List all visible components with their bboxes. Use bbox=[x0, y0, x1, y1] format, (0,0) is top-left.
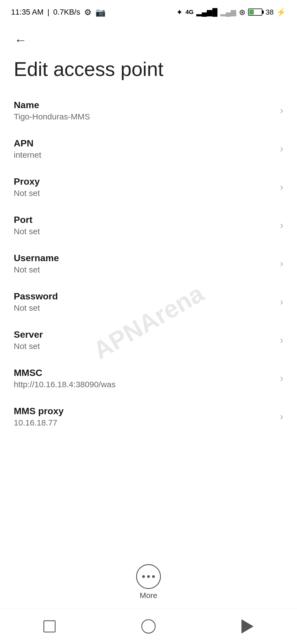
more-button[interactable] bbox=[136, 564, 161, 589]
battery-fill bbox=[249, 10, 254, 15]
settings-item-label: MMSC bbox=[14, 367, 274, 378]
settings-item-content: Username Not set bbox=[14, 253, 274, 274]
settings-item-label: Port bbox=[14, 214, 274, 225]
settings-item-content: MMSC http://10.16.18.4:38090/was bbox=[14, 367, 274, 389]
charging-icon: ⚡ bbox=[276, 8, 286, 17]
settings-item-value: Not set bbox=[14, 303, 274, 313]
settings-item-value: Tigo-Honduras-MMS bbox=[14, 112, 274, 121]
network-speed: | bbox=[47, 8, 49, 17]
settings-item-username[interactable]: Username Not set › bbox=[0, 244, 297, 283]
status-bar: 11:35 AM | 0.7KB/s ⚙ 📷 ✦ 4G ▂▄▆█ ▂▄▆ ⊛ 3… bbox=[0, 0, 297, 22]
nav-recent-button[interactable] bbox=[235, 614, 260, 639]
nav-triangle-icon bbox=[241, 619, 254, 634]
settings-item-value: Not set bbox=[14, 342, 274, 351]
settings-item-label: MMS proxy bbox=[14, 406, 274, 416]
settings-item-password[interactable]: Password Not set › bbox=[0, 283, 297, 321]
back-arrow-icon: ← bbox=[14, 32, 27, 47]
chevron-right-icon: › bbox=[280, 181, 283, 193]
dot1 bbox=[142, 575, 145, 578]
signal-bars-icon: ▂▄▆█ bbox=[196, 8, 218, 17]
settings-icon: ⚙ bbox=[84, 7, 92, 17]
more-label: More bbox=[140, 591, 157, 600]
dot3 bbox=[152, 575, 155, 578]
nav-square-icon bbox=[43, 620, 56, 632]
chevron-right-icon: › bbox=[280, 258, 283, 269]
settings-item-content: Proxy Not set bbox=[14, 176, 274, 198]
signal-bars2-icon: ▂▄▆ bbox=[220, 8, 236, 17]
settings-item-mmsc[interactable]: MMSC http://10.16.18.4:38090/was › bbox=[0, 359, 297, 397]
back-area: ← bbox=[0, 22, 297, 52]
chevron-right-icon: › bbox=[280, 143, 283, 155]
more-section: More bbox=[0, 556, 297, 605]
settings-list: Name Tigo-Honduras-MMS › APN internet › … bbox=[0, 91, 297, 436]
settings-item-server[interactable]: Server Not set › bbox=[0, 321, 297, 359]
settings-item-label: Password bbox=[14, 291, 274, 302]
settings-item-value: Not set bbox=[14, 189, 274, 198]
signal-4g-icon: 4G bbox=[185, 9, 193, 16]
settings-item-content: APN internet bbox=[14, 138, 274, 160]
settings-item-label: Username bbox=[14, 253, 274, 263]
status-right: ✦ 4G ▂▄▆█ ▂▄▆ ⊛ 38 ⚡ bbox=[176, 8, 286, 17]
chevron-right-icon: › bbox=[280, 105, 283, 116]
more-dots-icon bbox=[142, 575, 155, 578]
settings-item-content: Password Not set bbox=[14, 291, 274, 313]
settings-item-value: internet bbox=[14, 150, 274, 160]
battery-box bbox=[248, 9, 262, 16]
chevron-right-icon: › bbox=[280, 411, 283, 422]
settings-item-label: Proxy bbox=[14, 176, 274, 187]
settings-item-value: 10.16.18.77 bbox=[14, 418, 274, 427]
settings-item-content: Name Tigo-Honduras-MMS bbox=[14, 100, 274, 121]
settings-item-port[interactable]: Port Not set › bbox=[0, 206, 297, 244]
nav-circle-icon bbox=[141, 619, 156, 634]
wifi-icon: ⊛ bbox=[239, 8, 245, 17]
nav-bar bbox=[0, 608, 297, 644]
settings-item-mms-proxy[interactable]: MMS proxy 10.16.18.77 › bbox=[0, 397, 297, 436]
status-left: 11:35 AM | 0.7KB/s ⚙ 📷 bbox=[11, 7, 106, 17]
settings-item-proxy[interactable]: Proxy Not set › bbox=[0, 168, 297, 206]
nav-back-button[interactable] bbox=[37, 614, 62, 639]
settings-item-content: MMS proxy 10.16.18.77 bbox=[14, 406, 274, 427]
settings-item-name[interactable]: Name Tigo-Honduras-MMS › bbox=[0, 91, 297, 130]
settings-item-label: Name bbox=[14, 100, 274, 110]
battery-level: 38 bbox=[266, 8, 274, 17]
settings-item-label: Server bbox=[14, 329, 274, 340]
settings-item-content: Port Not set bbox=[14, 214, 274, 236]
settings-item-apn[interactable]: APN internet › bbox=[0, 130, 297, 168]
time: 11:35 AM bbox=[11, 8, 43, 17]
dot2 bbox=[147, 575, 150, 578]
bluetooth-icon: ✦ bbox=[176, 8, 183, 17]
page-title: Edit access point bbox=[0, 52, 297, 91]
chevron-right-icon: › bbox=[280, 296, 283, 308]
back-button[interactable]: ← bbox=[11, 30, 30, 50]
camera-icon: 📷 bbox=[95, 7, 106, 17]
settings-item-content: Server Not set bbox=[14, 329, 274, 351]
network-speed-value: 0.7KB/s bbox=[53, 8, 80, 17]
settings-item-label: APN bbox=[14, 138, 274, 149]
chevron-right-icon: › bbox=[280, 373, 283, 384]
chevron-right-icon: › bbox=[280, 334, 283, 346]
settings-item-value: Not set bbox=[14, 227, 274, 236]
settings-item-value: Not set bbox=[14, 265, 274, 274]
settings-item-value: http://10.16.18.4:38090/was bbox=[14, 380, 274, 389]
battery-indicator: 38 bbox=[248, 8, 274, 17]
nav-home-button[interactable] bbox=[136, 614, 161, 639]
chevron-right-icon: › bbox=[280, 220, 283, 231]
